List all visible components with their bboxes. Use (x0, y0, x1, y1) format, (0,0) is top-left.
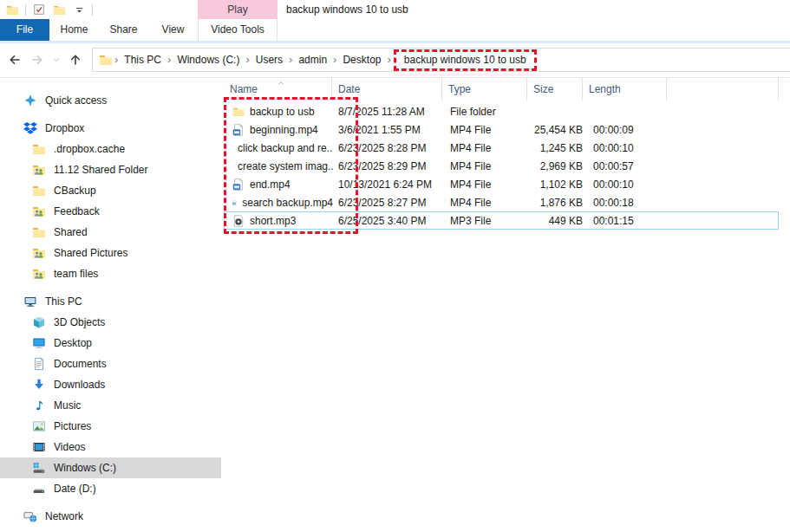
back-button[interactable] (5, 50, 24, 69)
folder-icon (32, 225, 46, 239)
picture-icon (32, 419, 46, 433)
sidebar-item-dropbox-cache[interactable]: .dropbox.cache (0, 139, 221, 159)
film-icon (32, 440, 46, 454)
file-list-pane: Name Date Type Size Length backup to usb… (221, 78, 790, 532)
folder-icon (32, 142, 46, 156)
mp3-file-icon (232, 215, 245, 227)
file-row-beginning-mp4[interactable]: beginning.mp4 3/6/2021 1:55 PM MP4 File … (224, 120, 779, 139)
column-header-length[interactable]: Length (583, 78, 667, 101)
folder-icon (32, 184, 46, 198)
drive-windows-icon (32, 461, 46, 475)
file-row-click-backup[interactable]: click backup and re... 6/23/2025 8:28 PM… (224, 139, 779, 157)
sidebar-item-downloads[interactable]: Downloads (0, 374, 221, 395)
sidebar-item-documents[interactable]: Documents (0, 354, 221, 374)
computer-icon (23, 295, 37, 308)
file-row-end-mp4[interactable]: end.mp4 10/13/2021 6:24 PM MP4 File 1,10… (224, 175, 779, 193)
drive-icon (32, 482, 46, 496)
shared-folder-icon (32, 246, 46, 260)
file-row-short-mp3-selected[interactable]: short.mp3 6/25/2025 3:40 PM MP3 File 449… (224, 211, 779, 230)
document-icon (32, 357, 46, 371)
window-title: backup windows 10 to usb (286, 0, 408, 19)
toolbar-separator (92, 4, 93, 16)
sidebar-item-feedback[interactable]: Feedback (0, 201, 221, 222)
star-icon (23, 94, 37, 107)
contextual-group-play[interactable]: Play (198, 0, 277, 19)
file-row-backup-to-usb[interactable]: backup to usb 8/7/2025 11:28 AM File fol… (224, 102, 779, 120)
window-folder-icon[interactable] (5, 3, 19, 16)
sidebar-item-pictures[interactable]: Pictures (0, 416, 221, 437)
sidebar-item-this-pc[interactable]: This PC (0, 291, 221, 312)
crumb-separator: › (331, 49, 338, 70)
network-icon (23, 509, 37, 523)
sidebar-item-date-d[interactable]: Date (D:) (0, 478, 221, 499)
up-button[interactable] (66, 50, 85, 69)
crumb-separator: › (287, 49, 294, 70)
column-header-filler (667, 78, 779, 101)
column-header-name[interactable]: Name (224, 78, 332, 101)
address-bar[interactable]: › This PC › Windows (C:) › Users › admin… (92, 48, 790, 72)
tab-view[interactable]: View (148, 19, 198, 41)
forward-button[interactable] (28, 50, 47, 69)
sidebar-item-3d-objects[interactable]: 3D Objects (0, 312, 221, 333)
sidebar-item-shared-pictures[interactable]: Shared Pictures (0, 243, 221, 263)
file-row-search-backup-mp4[interactable]: search backup.mp4 6/23/2025 8:27 PM MP4 … (224, 193, 779, 211)
tab-home[interactable]: Home (49, 19, 99, 41)
address-folder-icon (99, 53, 113, 67)
new-folder-icon[interactable] (52, 3, 66, 16)
dropbox-icon (23, 122, 37, 134)
file-row-create-system-image[interactable]: create system imag... 6/23/2025 8:29 PM … (224, 157, 779, 175)
file-rows: backup to usb 8/7/2025 11:28 AM File fol… (221, 102, 790, 230)
sidebar-item-desktop[interactable]: Desktop (0, 333, 221, 354)
monitor-icon (32, 336, 46, 350)
tab-video-tools[interactable]: Video Tools (198, 19, 277, 41)
column-header-date[interactable]: Date (332, 78, 442, 101)
column-header-size[interactable]: Size (527, 78, 583, 101)
download-arrow-icon (32, 378, 46, 392)
shared-folder-icon (32, 163, 46, 177)
tab-share[interactable]: Share (99, 19, 148, 41)
tab-file[interactable]: File (0, 19, 49, 41)
sidebar-item-team-files[interactable]: team files (0, 263, 221, 284)
sidebar-item-cbackup[interactable]: CBackup (0, 180, 221, 201)
breadcrumb-this-pc[interactable]: This PC (120, 49, 166, 70)
shared-folder-icon (32, 267, 46, 281)
crumb-separator: › (166, 49, 173, 70)
crumb-separator: › (385, 49, 392, 70)
title-bar: Play backup windows 10 to usb (0, 0, 790, 19)
recent-locations-chevron-icon[interactable] (50, 50, 62, 69)
sidebar-item-dropbox[interactable]: Dropbox (0, 118, 221, 139)
toolbar-separator (25, 4, 26, 16)
navigation-pane: Quick access Dropbox .dropbox.cache 11.1… (0, 78, 221, 532)
sidebar-item-quick-access[interactable]: Quick access (0, 90, 221, 111)
folder-icon (232, 106, 245, 118)
sidebar-item-1112-shared-folder[interactable]: 11.12 Shared Folder (0, 159, 221, 180)
sidebar-item-network[interactable]: Network (0, 506, 221, 527)
sort-ascending-icon (276, 79, 286, 86)
file-explorer-window: Play backup windows 10 to usb File Home … (0, 0, 790, 532)
properties-check-icon[interactable] (32, 3, 46, 16)
shared-folder-icon (32, 204, 46, 218)
ribbon-tab-row: File Home Share View Video Tools (0, 19, 790, 43)
crumb-separator: › (244, 49, 251, 70)
column-headers: Name Date Type Size Length (224, 78, 790, 101)
customize-quick-access-icon[interactable] (72, 3, 86, 16)
breadcrumb-admin[interactable]: admin (294, 49, 331, 70)
mp4-file-icon (232, 178, 245, 191)
breadcrumb-current-folder-highlighted[interactable]: backup windows 10 to usb (394, 49, 537, 71)
mp4-file-icon (232, 124, 245, 136)
breadcrumb-windows-c[interactable]: Windows (C:) (173, 49, 244, 70)
breadcrumb-users[interactable]: Users (251, 49, 287, 70)
music-note-icon (32, 399, 46, 412)
sidebar-item-shared[interactable]: Shared (0, 222, 221, 243)
cube-icon (32, 315, 46, 329)
breadcrumb-desktop[interactable]: Desktop (338, 49, 385, 70)
navigation-bar: › This PC › Windows (C:) › Users › admin… (0, 43, 790, 78)
sidebar-item-videos[interactable]: Videos (0, 437, 221, 457)
mp4-file-icon (232, 197, 237, 209)
sidebar-item-music[interactable]: Music (0, 395, 221, 416)
column-header-type[interactable]: Type (442, 78, 527, 101)
crumb-separator: › (113, 49, 120, 70)
sidebar-item-windows-c[interactable]: Windows (C:) (0, 457, 221, 478)
